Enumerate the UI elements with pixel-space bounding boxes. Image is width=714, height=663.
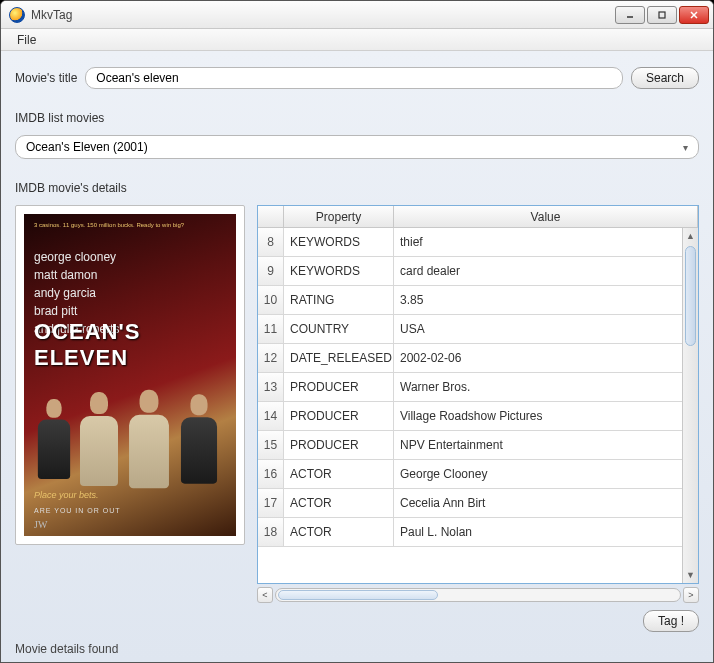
imdb-list-label: IMDB list movies [15, 111, 699, 125]
row-number: 15 [258, 431, 284, 459]
table-row[interactable]: 14PRODUCERVillage Roadshow Pictures [258, 402, 698, 431]
hscroll-thumb[interactable] [278, 590, 438, 600]
scroll-right-icon[interactable]: > [683, 587, 699, 603]
property-cell[interactable]: ACTOR [284, 489, 394, 517]
hscroll-track[interactable] [275, 588, 681, 602]
tag-row: Tag ! [15, 610, 699, 632]
client-area: Movie's title Search IMDB list movies Oc… [1, 51, 713, 662]
table-row[interactable]: 8KEYWORDSthief [258, 228, 698, 257]
imdb-list-selected: Ocean's Eleven (2001) [26, 140, 148, 154]
property-cell[interactable]: PRODUCER [284, 402, 394, 430]
minimize-button[interactable] [615, 6, 645, 24]
table-row[interactable]: 18ACTORPaul L. Nolan [258, 518, 698, 547]
details-row: 3 casinos. 11 guys. 150 million bucks. R… [15, 205, 699, 584]
scroll-left-icon[interactable]: < [257, 587, 273, 603]
details-table: Property Value 8KEYWORDSthief9KEYWORDSca… [257, 205, 699, 584]
value-cell[interactable]: USA [394, 315, 698, 343]
status-text: Movie details found [15, 642, 699, 656]
scroll-down-icon[interactable]: ▼ [683, 567, 698, 583]
search-row: Movie's title Search [15, 67, 699, 89]
row-number-header[interactable] [258, 206, 284, 227]
vscroll-thumb[interactable] [685, 246, 696, 346]
table-header: Property Value [258, 206, 698, 228]
close-button[interactable] [679, 6, 709, 24]
property-cell[interactable]: PRODUCER [284, 431, 394, 459]
app-icon [9, 7, 25, 23]
table-body: 8KEYWORDSthief9KEYWORDScard dealer10RATI… [258, 228, 698, 583]
movie-poster: 3 casinos. 11 guys. 150 million bucks. R… [24, 214, 236, 536]
property-cell[interactable]: DATE_RELEASED [284, 344, 394, 372]
app-window: MkvTag File Movie's title Search IMDB li… [0, 0, 714, 663]
tag-button[interactable]: Tag ! [643, 610, 699, 632]
svg-rect-1 [659, 12, 665, 18]
titlebar[interactable]: MkvTag [1, 1, 713, 29]
poster-studio: JW [34, 519, 47, 530]
value-cell[interactable]: NPV Entertainment [394, 431, 698, 459]
value-cell[interactable]: thief [394, 228, 698, 256]
row-number: 13 [258, 373, 284, 401]
window-title: MkvTag [31, 8, 613, 22]
value-cell[interactable]: 2002-02-06 [394, 344, 698, 372]
row-number: 18 [258, 518, 284, 546]
value-cell[interactable]: George Clooney [394, 460, 698, 488]
property-header[interactable]: Property [284, 206, 394, 227]
movie-title-label: Movie's title [15, 71, 77, 85]
table-row[interactable]: 17ACTORCecelia Ann Birt [258, 489, 698, 518]
row-number: 14 [258, 402, 284, 430]
row-number: 12 [258, 344, 284, 372]
property-cell[interactable]: RATING [284, 286, 394, 314]
vertical-scrollbar[interactable]: ▲ ▼ [682, 228, 698, 583]
table-row[interactable]: 11COUNTRYUSA [258, 315, 698, 344]
table-row[interactable]: 15PRODUCERNPV Entertainment [258, 431, 698, 460]
poster-frame: 3 casinos. 11 guys. 150 million bucks. R… [15, 205, 245, 545]
value-cell[interactable]: Village Roadshow Pictures [394, 402, 698, 430]
menubar: File [1, 29, 713, 51]
menu-file[interactable]: File [9, 31, 44, 49]
property-cell[interactable]: COUNTRY [284, 315, 394, 343]
row-number: 11 [258, 315, 284, 343]
value-cell[interactable]: card dealer [394, 257, 698, 285]
value-cell[interactable]: 3.85 [394, 286, 698, 314]
table-row[interactable]: 9KEYWORDScard dealer [258, 257, 698, 286]
horizontal-scrollbar: < > [15, 586, 699, 604]
row-number: 9 [258, 257, 284, 285]
property-cell[interactable]: KEYWORDS [284, 228, 394, 256]
property-cell[interactable]: ACTOR [284, 518, 394, 546]
row-number: 17 [258, 489, 284, 517]
table-row[interactable]: 16ACTORGeorge Clooney [258, 460, 698, 489]
value-header[interactable]: Value [394, 206, 698, 227]
window-controls [613, 6, 709, 24]
table-row[interactable]: 10RATING3.85 [258, 286, 698, 315]
property-cell[interactable]: ACTOR [284, 460, 394, 488]
imdb-details-label: IMDB movie's details [15, 181, 699, 195]
maximize-button[interactable] [647, 6, 677, 24]
value-cell[interactable]: Cecelia Ann Birt [394, 489, 698, 517]
row-number: 8 [258, 228, 284, 256]
row-number: 10 [258, 286, 284, 314]
property-cell[interactable]: KEYWORDS [284, 257, 394, 285]
property-cell[interactable]: PRODUCER [284, 373, 394, 401]
table-row[interactable]: 13PRODUCERWarner Bros. [258, 373, 698, 402]
row-number: 16 [258, 460, 284, 488]
scroll-up-icon[interactable]: ▲ [683, 228, 698, 244]
value-cell[interactable]: Paul L. Nolan [394, 518, 698, 546]
movie-title-input[interactable] [85, 67, 623, 89]
search-button[interactable]: Search [631, 67, 699, 89]
imdb-list-dropdown[interactable]: Ocean's Eleven (2001) ▾ [15, 135, 699, 159]
chevron-down-icon: ▾ [683, 142, 688, 153]
poster-tagline: Place your bets. [34, 490, 99, 500]
table-row[interactable]: 12DATE_RELEASED2002-02-06 [258, 344, 698, 373]
value-cell[interactable]: Warner Bros. [394, 373, 698, 401]
